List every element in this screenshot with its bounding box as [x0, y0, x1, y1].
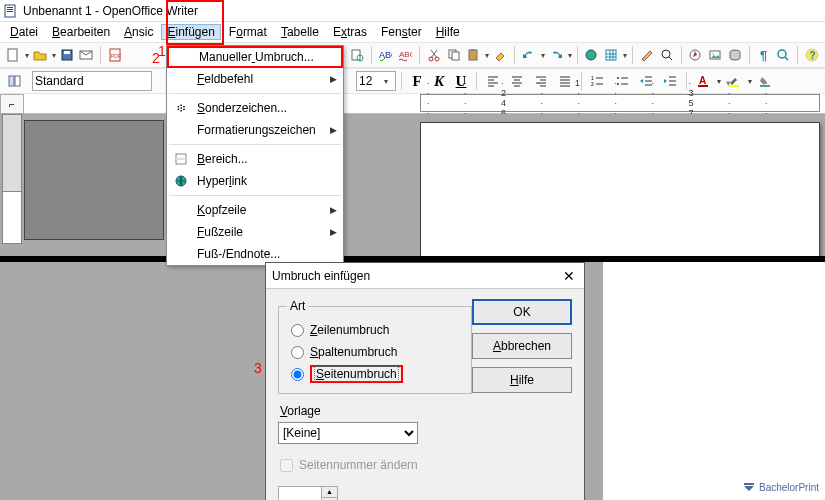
styles-window-button[interactable] — [4, 70, 26, 92]
bottom-gray-area — [0, 262, 265, 500]
save-button[interactable] — [58, 44, 76, 66]
radio-zeilenumbruch-input[interactable] — [291, 324, 304, 337]
help-button[interactable]: Hilfe — [472, 367, 572, 393]
vorlage-select[interactable]: [Keine] — [278, 422, 418, 444]
menu-ansicht[interactable]: Ansic — [118, 24, 159, 40]
horizontal-ruler: ⌐ · · · · 1 · · · ▾ · · · 2 · · · · 3 · … — [0, 94, 825, 114]
menuitem-kopfzeile[interactable]: Kopfzeile ▶ — [167, 199, 343, 221]
cut-button[interactable] — [425, 44, 443, 66]
annotation-2: 2 — [152, 50, 160, 66]
radio-label: Zeilenumbruch — [310, 323, 389, 337]
dialog-titlebar[interactable]: Umbruch einfügen ✕ — [266, 263, 584, 289]
email-button[interactable] — [77, 44, 95, 66]
svg-point-27 — [712, 53, 714, 55]
radio-zeilenumbruch[interactable]: Zeilenumbruch — [291, 319, 463, 341]
format-paintbrush-button[interactable] — [491, 44, 509, 66]
menu-bar: Datei Bearbeiten Ansic Einfügen Format T… — [0, 22, 825, 42]
spellcheck-button[interactable]: ABC — [376, 44, 394, 66]
redo-button[interactable] — [547, 44, 565, 66]
zoom-button[interactable] — [774, 44, 792, 66]
menuitem-fusszeile[interactable]: Fußzeile ▶ — [167, 221, 343, 243]
art-group: Art Zeilenumbruch Spaltenumbruch Seitenu… — [278, 299, 472, 394]
menu-format[interactable]: Format — [223, 24, 273, 40]
radio-seitenumbruch[interactable]: Seitenumbruch — [291, 363, 463, 385]
menu-einfuegen[interactable]: Einfügen — [161, 24, 220, 40]
chevron-down-icon[interactable]: ▾ — [623, 51, 627, 60]
nonprinting-button[interactable]: ¶ — [755, 44, 773, 66]
menuitem-sonderzeichen[interactable]: ፨ Sonderzeichen... — [167, 97, 343, 119]
pagenum-label: Seitennummer ändern — [299, 458, 418, 472]
menu-extras[interactable]: Extras — [327, 24, 373, 40]
menuitem-feldbefehl[interactable]: Feldbefehl ▶ — [167, 68, 343, 90]
blank-icon — [171, 246, 191, 262]
svg-point-22 — [586, 50, 596, 60]
menu-bearbeiten[interactable]: Bearbeiten — [46, 24, 116, 40]
chevron-down-icon[interactable]: ▾ — [384, 77, 388, 86]
close-icon[interactable]: ✕ — [560, 268, 578, 284]
art-legend: Art — [287, 299, 308, 313]
find-button[interactable] — [658, 44, 676, 66]
svg-rect-6 — [64, 51, 70, 54]
table-button[interactable] — [602, 44, 620, 66]
chevron-down-icon[interactable]: ▾ — [568, 51, 572, 60]
blank-icon — [171, 224, 191, 240]
print-preview-button[interactable] — [348, 44, 366, 66]
gallery-button[interactable] — [706, 44, 724, 66]
autospell-button[interactable]: ABC — [396, 44, 414, 66]
svg-rect-23 — [606, 50, 616, 60]
show-draw-button[interactable] — [638, 44, 656, 66]
vertical-ruler[interactable] — [2, 114, 22, 244]
chevron-down-icon[interactable]: ▾ — [52, 51, 56, 60]
menu-hilfe[interactable]: Hilfe — [430, 24, 466, 40]
copy-button[interactable] — [445, 44, 463, 66]
section-icon — [171, 151, 191, 167]
chevron-down-icon[interactable]: ▾ — [485, 51, 489, 60]
svg-rect-1 — [7, 7, 13, 8]
chevron-down-icon[interactable]: ▾ — [25, 51, 29, 60]
menu-datei[interactable]: Datei — [4, 24, 44, 40]
menu-fenster[interactable]: Fenster — [375, 24, 428, 40]
open-button[interactable] — [31, 44, 49, 66]
menuitem-manueller-umbruch[interactable]: Manueller Umbruch... — [167, 46, 343, 68]
svg-rect-21 — [471, 49, 475, 51]
navigator-button[interactable] — [686, 44, 704, 66]
menu-tabelle[interactable]: Tabelle — [275, 24, 325, 40]
submenu-arrow-icon: ▶ — [330, 125, 337, 135]
svg-rect-43 — [176, 158, 186, 160]
hyperlink-button[interactable] — [582, 44, 600, 66]
font-size-select[interactable] — [356, 71, 396, 91]
ok-button[interactable]: OK — [472, 299, 572, 325]
export-pdf-button[interactable]: PDF — [106, 44, 124, 66]
radio-spaltenumbruch[interactable]: Spaltenumbruch — [291, 341, 463, 363]
blank-icon — [171, 122, 191, 138]
pagenum-checkbox — [280, 459, 293, 472]
undo-button[interactable] — [520, 44, 538, 66]
radio-label: Seitenumbruch — [314, 366, 399, 382]
datasources-button[interactable] — [726, 44, 744, 66]
radio-spaltenumbruch-input[interactable] — [291, 346, 304, 359]
einfuegen-dropdown: Manueller Umbruch... Feldbefehl ▶ ፨ Sond… — [166, 45, 344, 266]
radio-seitenumbruch-input[interactable] — [291, 368, 304, 381]
svg-rect-33 — [15, 76, 20, 86]
bold-button[interactable]: F — [407, 71, 427, 91]
menuitem-hyperlink[interactable]: Hyperlink — [167, 170, 343, 192]
svg-rect-2 — [7, 9, 13, 10]
menuitem-formatierungszeichen[interactable]: Formatierungszeichen ▶ — [167, 119, 343, 141]
svg-point-29 — [778, 50, 786, 58]
menuitem-bereich[interactable]: Bereich... — [167, 148, 343, 170]
paragraph-style-select[interactable] — [32, 71, 152, 91]
title-bar: Unbenannt 1 - OpenOffice Writer — [0, 0, 825, 22]
ruler-corner: ⌐ — [0, 94, 24, 114]
ruler-scale[interactable]: · · · · 1 · · · ▾ · · · 2 · · · · 3 · · … — [420, 94, 820, 112]
paste-button[interactable] — [465, 44, 483, 66]
submenu-arrow-icon: ▶ — [330, 227, 337, 237]
cancel-button[interactable]: Abbrechen — [472, 333, 572, 359]
new-doc-button[interactable] — [4, 44, 22, 66]
umbruch-dialog: Umbruch einfügen ✕ Art Zeilenumbruch Spa… — [265, 262, 585, 500]
watermark-text: BachelorPrint — [759, 482, 819, 493]
help-button[interactable]: ? — [803, 44, 821, 66]
chevron-down-icon[interactable]: ▾ — [541, 51, 545, 60]
blank-icon — [173, 49, 193, 65]
radio-label: Spaltenumbruch — [310, 345, 397, 359]
blank-icon — [171, 202, 191, 218]
